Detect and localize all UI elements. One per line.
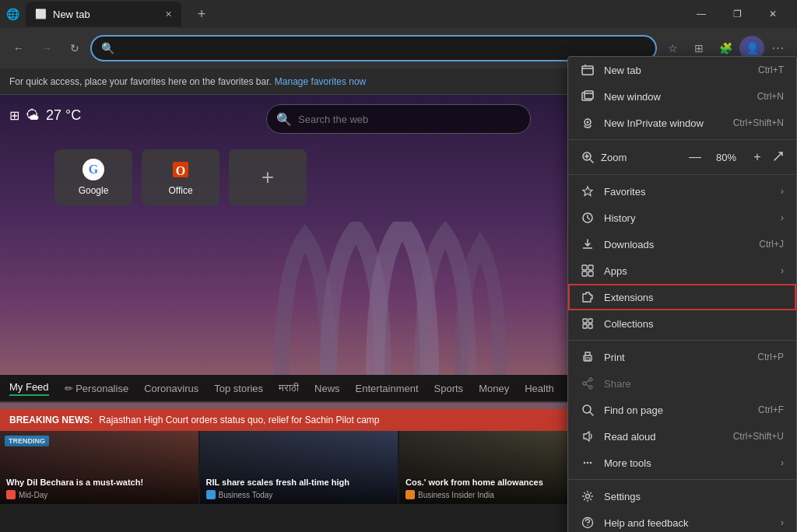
svg-rect-17 xyxy=(588,265,593,270)
news-card-2[interactable]: RIL share scales fresh all-time high Bus… xyxy=(200,431,398,504)
news-card-2-title: RIL share scales fresh all-time high xyxy=(206,477,392,488)
tab-sports[interactable]: Sports xyxy=(434,383,464,394)
history-arrow: › xyxy=(781,212,784,223)
help-menu-icon xyxy=(581,516,595,530)
manage-favorites-link[interactable]: Manage favorites now xyxy=(275,76,366,87)
more-tools-menu-icon xyxy=(581,456,595,470)
svg-rect-23 xyxy=(588,324,592,328)
context-menu: New tab Ctrl+T New window Ctrl+N New InP… xyxy=(567,56,797,532)
web-search-bar[interactable]: 🔍 xyxy=(266,104,531,134)
title-bar: 🌐 ⬜ New tab ✕ + — ❐ ✕ xyxy=(0,0,797,28)
refresh-button[interactable]: ↻ xyxy=(62,36,87,61)
menu-item-new-tab[interactable]: New tab Ctrl+T xyxy=(568,57,796,83)
menu-item-read-aloud[interactable]: Read aloud Ctrl+Shift+U xyxy=(568,423,796,450)
menu-item-more-tools[interactable]: More tools › xyxy=(568,450,796,476)
add-quicklink[interactable]: + xyxy=(229,149,307,205)
more-tools-arrow: › xyxy=(781,457,784,468)
tab-news[interactable]: News xyxy=(314,383,340,394)
tab-marathi[interactable]: मराठी xyxy=(279,382,299,394)
new-tab-label: New tab xyxy=(604,65,749,76)
menu-item-apps[interactable]: Apps › xyxy=(568,257,796,284)
menu-item-new-window[interactable]: New window Ctrl+N xyxy=(568,83,796,110)
svg-line-11 xyxy=(590,159,593,163)
extensions-label: Extensions xyxy=(604,292,784,303)
menu-item-favorites[interactable]: Favorites › xyxy=(568,178,796,205)
help-arrow: › xyxy=(781,517,784,528)
svg-point-26 xyxy=(585,356,585,357)
zoom-plus-button[interactable]: + xyxy=(748,148,767,166)
office-quicklink[interactable]: O Office xyxy=(142,149,219,205)
svg-point-36 xyxy=(590,462,592,464)
google-quicklink[interactable]: G Google xyxy=(54,149,132,205)
weather-widget: ⊞ 🌤 27 °C xyxy=(9,107,81,124)
tab-favicon: ⬜ xyxy=(35,9,47,19)
back-button[interactable]: ← xyxy=(6,36,31,61)
apps-menu-icon xyxy=(581,264,595,278)
grid-icon: ⊞ xyxy=(9,108,19,123)
menu-item-extensions[interactable]: Extensions xyxy=(568,284,796,310)
news-card-2-source: Business Today xyxy=(219,491,273,499)
close-window-button[interactable]: ✕ xyxy=(755,0,791,28)
menu-item-settings[interactable]: Settings xyxy=(568,483,796,509)
svg-rect-20 xyxy=(583,319,587,323)
news-card-3-source: Business Insider India xyxy=(418,491,494,499)
svg-rect-18 xyxy=(582,271,587,276)
tab-personalise[interactable]: ✏ Personalise xyxy=(65,383,129,394)
menu-item-collections[interactable]: Collections xyxy=(568,310,796,337)
svg-line-33 xyxy=(590,412,593,415)
google-g-icon: G xyxy=(83,159,104,180)
breaking-news-label: BREAKING NEWS: xyxy=(9,415,93,425)
tab-topstories[interactable]: Top stories xyxy=(214,383,263,394)
new-tab-menu-icon xyxy=(581,63,595,77)
menu-item-inprivate[interactable]: New InPrivate window Ctrl+Shift+N xyxy=(568,110,796,136)
forward-button[interactable]: → xyxy=(34,36,59,61)
svg-rect-25 xyxy=(585,358,590,360)
news-card-2-overlay: RIL share scales fresh all-time high Bus… xyxy=(200,431,398,504)
new-window-label: New window xyxy=(604,91,748,103)
print-shortcut: Ctrl+P xyxy=(757,352,784,362)
web-search-input[interactable] xyxy=(298,114,521,125)
office-icon: O xyxy=(170,159,191,180)
news-card-1-source: Mid-Day xyxy=(19,491,47,499)
menu-item-history[interactable]: History › xyxy=(568,205,796,231)
find-menu-icon xyxy=(581,403,595,417)
tab-coronavirus[interactable]: Coronavirus xyxy=(144,383,198,394)
svg-point-29 xyxy=(583,382,586,385)
tab-money[interactable]: Money xyxy=(479,383,509,394)
news-card-1[interactable]: TRENDING Why Dil Bechara is a must-watch… xyxy=(0,431,198,504)
active-tab[interactable]: ⬜ New tab ✕ xyxy=(26,2,181,26)
tab-myfeed[interactable]: My Feed xyxy=(9,381,49,396)
menu-item-print[interactable]: Print Ctrl+P xyxy=(568,344,796,370)
inprivate-label: New InPrivate window xyxy=(604,117,724,129)
downloads-shortcut: Ctrl+J xyxy=(759,239,784,250)
history-menu-icon xyxy=(581,211,595,225)
address-input[interactable] xyxy=(121,42,646,54)
temperature: 27 °C xyxy=(46,107,81,124)
favorites-arrow: › xyxy=(781,186,784,197)
menu-item-help[interactable]: Help and feedback › xyxy=(568,509,796,532)
quick-links: G Google O Office + xyxy=(54,149,307,205)
menu-item-downloads[interactable]: Downloads Ctrl+J xyxy=(568,231,796,257)
menu-item-find[interactable]: Find on page Ctrl+F xyxy=(568,397,796,423)
breaking-news-text: Rajasthan High Court orders status quo, … xyxy=(99,415,379,425)
restore-button[interactable]: ❐ xyxy=(719,0,755,28)
zoom-expand-button[interactable] xyxy=(773,151,784,164)
menu-item-share: Share xyxy=(568,370,796,397)
tab-entertainment[interactable]: Entertainment xyxy=(356,383,419,394)
downloads-label: Downloads xyxy=(604,239,750,250)
weather-icon: 🌤 xyxy=(26,107,40,124)
new-tab-button[interactable]: + xyxy=(191,3,212,25)
svg-rect-16 xyxy=(582,265,587,270)
svg-point-27 xyxy=(589,378,592,381)
tab-close-button[interactable]: ✕ xyxy=(165,9,172,19)
svg-point-9 xyxy=(587,121,589,124)
tab-health[interactable]: Health xyxy=(525,383,554,394)
find-label: Find on page xyxy=(604,404,749,416)
read-aloud-shortcut: Ctrl+Shift+U xyxy=(733,431,784,442)
zoom-minus-button[interactable]: — xyxy=(686,148,704,166)
svg-line-31 xyxy=(586,384,589,387)
zoom-control: Zoom — 80% + xyxy=(568,143,796,171)
share-label: Share xyxy=(604,378,784,390)
new-window-shortcut: Ctrl+N xyxy=(757,91,784,102)
minimize-button[interactable]: — xyxy=(683,0,719,28)
